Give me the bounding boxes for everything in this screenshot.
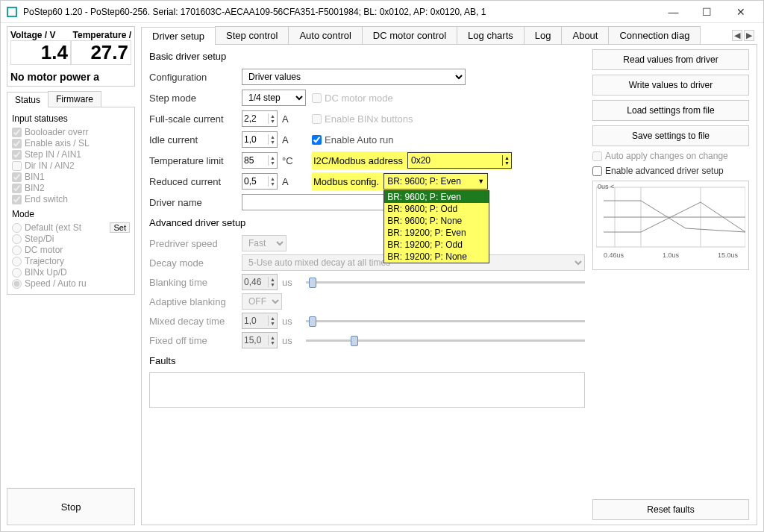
modbus-option[interactable]: BR: 19200; P: Odd [384, 239, 489, 251]
tab-scroll-left[interactable]: ◀ [732, 30, 742, 41]
faults-title: Faults [149, 355, 585, 366]
mode-binx[interactable]: BINx Up/D [12, 267, 130, 278]
tab-connection[interactable]: Connection diag [608, 26, 701, 44]
blanking-label: Blanking time [149, 277, 237, 288]
enable-adv-check[interactable]: Enable advanced driver setup [592, 166, 749, 176]
temp-limit-label: Temperature limit [149, 155, 237, 166]
fixed-slider [306, 339, 585, 342]
blanking-slider [306, 281, 585, 284]
tab-scroll-right[interactable]: ▶ [744, 30, 754, 41]
advanced-title: Advanced driver setup [149, 217, 585, 228]
status-enable-axis: Enable axis / SL [12, 138, 130, 148]
minimize-button[interactable]: — [657, 1, 690, 22]
full-scale-input[interactable]: ▲▼ [242, 110, 278, 127]
app-window: PoStep60 1.20 - PoStep60-256. Serial: 17… [0, 0, 764, 532]
read-values-button[interactable]: Read values from driver [592, 49, 749, 70]
tab-auto-control[interactable]: Auto control [288, 26, 362, 44]
status-step-in: Step IN / AIN1 [12, 149, 130, 160]
mode-title: Mode [12, 209, 130, 219]
temp-limit-input[interactable]: ▲▼ [242, 152, 278, 169]
idle-current-label: Idle current [149, 134, 237, 145]
main-tabs: Driver setup Step control Auto control D… [141, 26, 757, 44]
mode-default[interactable]: Default (ext StSet [12, 222, 130, 233]
reduced-current-input[interactable]: ▲▼ [242, 173, 278, 190]
status-bin2: BIN2 [12, 183, 130, 193]
status-dir-in: Dir IN / AIN2 [12, 160, 130, 171]
gauges-panel: Voltage / V Temperature / 1.4 27.7 No mo… [7, 26, 135, 87]
voltage-value: 1.4 [10, 40, 71, 65]
status-bootloader: Booloader overr [12, 127, 130, 137]
reset-faults-button[interactable]: Reset faults [592, 499, 749, 520]
blanking-input: ▲▼ [242, 274, 278, 290]
input-statuses-title: Input statuses [12, 113, 130, 124]
predriver-select: Fast [242, 235, 286, 251]
status-end-switch: End switch [12, 194, 130, 204]
no-motor-label: No motor power a [10, 71, 131, 83]
step-mode-select[interactable]: 1/4 step [242, 90, 306, 106]
full-scale-label: Full-scale current [149, 113, 237, 125]
enable-binx-check[interactable]: Enable BINx buttons [312, 113, 413, 125]
mode-set-button[interactable]: Set [110, 222, 130, 233]
enable-auto-check[interactable]: Enable Auto run [312, 134, 394, 145]
i2c-label: I2C/Modbus address [313, 155, 403, 166]
configuration-label: Configuration [149, 72, 237, 83]
modbus-config-select[interactable]: BR: 9600; P: Even▼ BR: 9600; P: Even BR:… [383, 173, 488, 190]
configuration-select[interactable]: Driver values [242, 69, 466, 85]
auto-apply-check[interactable]: Auto apply changes on change [592, 151, 749, 161]
i2c-address-input[interactable]: ▲▼ [407, 152, 512, 169]
modbus-option[interactable]: BR: 19200; P: None [384, 251, 489, 263]
faults-box [149, 372, 585, 408]
decay-label: Decay mode [149, 257, 237, 269]
load-settings-button[interactable]: Load settings from file [592, 100, 749, 121]
idle-current-input[interactable]: ▲▼ [242, 131, 278, 148]
temperature-value: 27.7 [71, 40, 131, 65]
timing-chart: 0us < 0.46us1.0us15.0us [592, 181, 749, 270]
modbus-option[interactable]: BR: 19200; P: Even [384, 227, 489, 239]
tab-log[interactable]: Log [524, 26, 563, 44]
mixed-label: Mixed decay time [149, 316, 237, 327]
tab-firmware[interactable]: Firmware [48, 91, 101, 107]
tab-about[interactable]: About [561, 26, 609, 44]
mode-stepdi[interactable]: Step/Di [12, 234, 130, 244]
basic-title: Basic driver setup [149, 51, 585, 62]
adaptive-label: Adaptive blanking [149, 296, 237, 307]
dc-motor-mode-check[interactable]: DC motor mode [312, 93, 393, 104]
modbus-option[interactable]: BR: 9600; P: Even [384, 191, 489, 203]
tab-step-control[interactable]: Step control [215, 26, 289, 44]
fixed-label: Fixed off time [149, 335, 237, 346]
mixed-slider [306, 320, 585, 322]
modbus-option[interactable]: BR: 9600; P: Odd [384, 203, 489, 215]
mode-speed[interactable]: Speed / Auto ru [12, 278, 130, 289]
status-bin1: BIN1 [12, 172, 130, 182]
write-values-button[interactable]: Write values to driver [592, 75, 749, 96]
close-button[interactable]: ✕ [724, 1, 757, 22]
titlebar: PoStep60 1.20 - PoStep60-256. Serial: 17… [1, 1, 763, 23]
reduced-current-label: Reduced current [149, 176, 237, 187]
maximize-button[interactable]: ☐ [690, 1, 724, 22]
voltage-label: Voltage / V [10, 30, 73, 40]
step-mode-label: Step mode [149, 93, 237, 104]
save-settings-button[interactable]: Save settings to file [592, 125, 749, 146]
tab-driver-setup[interactable]: Driver setup [141, 27, 216, 45]
adaptive-select: OFF [242, 293, 282, 310]
temperature-label: Temperature / [73, 30, 131, 40]
predriver-label: Predriver speed [149, 238, 237, 249]
mixed-input: ▲▼ [242, 313, 278, 329]
fixed-input: ▲▼ [242, 332, 278, 348]
modbus-config-label: Modbus config. [313, 176, 379, 187]
tab-status[interactable]: Status [7, 92, 48, 107]
modbus-option[interactable]: BR: 9600; P: None [384, 215, 489, 227]
tab-dc-motor[interactable]: DC motor control [362, 26, 457, 44]
modbus-dropdown: BR: 9600; P: Even BR: 9600; P: Odd BR: 9… [383, 190, 489, 263]
mode-dc[interactable]: DC motor [12, 245, 130, 255]
app-icon [7, 7, 17, 17]
driver-name-label: Driver name [149, 197, 237, 208]
stop-button[interactable]: Stop [7, 488, 135, 525]
window-title: PoStep60 1.20 - PoStep60-256. Serial: 17… [23, 7, 657, 17]
tab-log-charts[interactable]: Log charts [457, 26, 525, 44]
mode-trajectory[interactable]: Trajectory [12, 256, 130, 266]
